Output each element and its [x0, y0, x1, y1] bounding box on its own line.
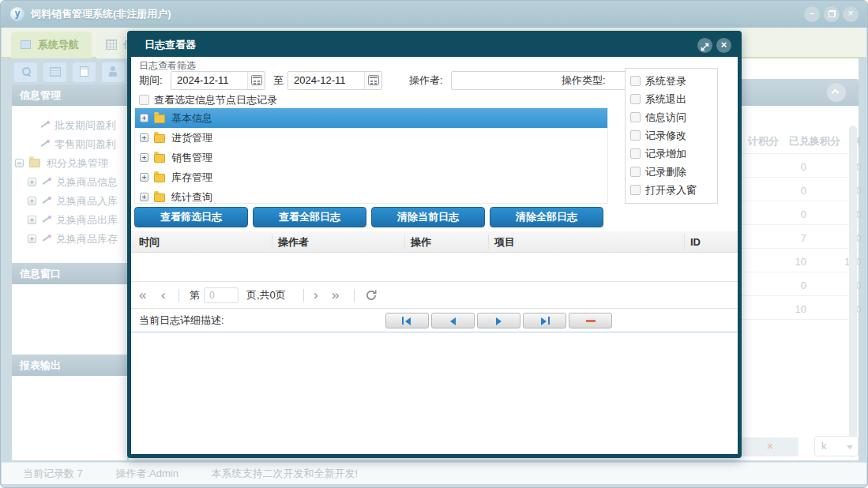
date-from-input[interactable]: 2024-12-11	[171, 71, 265, 90]
collapse-expander-icon[interactable]	[15, 159, 24, 167]
bg-combobox[interactable]: k	[814, 436, 859, 456]
list-tool-button[interactable]	[43, 62, 67, 83]
type-checkbox-logout[interactable]: 系统退出	[630, 90, 717, 108]
search-tool-button[interactable]	[13, 62, 38, 83]
to-label: 至	[273, 71, 284, 90]
tab-system-nav[interactable]: 系统导航	[11, 32, 92, 58]
window-close-button[interactable]: ×	[843, 6, 859, 22]
sidebar-item-exchange-in[interactable]: 兑换商品入库	[12, 192, 127, 211]
bg-cell: 0	[761, 205, 806, 224]
view-all-logs-button[interactable]: 查看全部日志	[253, 207, 366, 227]
date-to-input[interactable]: 2024-12-11	[287, 71, 382, 90]
clear-current-logs-button[interactable]: 清除当前日志	[371, 207, 485, 227]
clear-all-logs-button[interactable]: 清除全部日志	[490, 207, 603, 227]
expand-expander-icon[interactable]	[140, 114, 148, 122]
tree-item-sales-mgmt[interactable]: 销售管理	[135, 148, 607, 167]
refresh-button[interactable]	[365, 289, 378, 305]
type-checkbox-login[interactable]: 系统登录	[630, 72, 717, 90]
expand-expander-icon[interactable]	[140, 173, 148, 182]
view-filtered-logs-button[interactable]: 查看筛选日志	[134, 207, 248, 227]
checkbox-icon[interactable]	[630, 130, 641, 141]
user-icon	[109, 66, 118, 77]
status-record-count: 当前记录数 7	[23, 467, 83, 479]
expand-expander-icon[interactable]	[28, 178, 36, 186]
panel-header-info-window[interactable]: 信息窗口	[12, 263, 127, 284]
type-checkbox-open-entry[interactable]: 打开录入窗	[630, 181, 717, 199]
panel-header-report-output[interactable]: 报表输出	[12, 355, 127, 376]
pager-next-icon[interactable]: ›	[314, 282, 318, 309]
type-checkbox-modify[interactable]: 记录修改	[630, 126, 717, 145]
sidebar-item-exchange-out[interactable]: 兑换商品出库	[12, 211, 127, 230]
pager-prev-icon[interactable]: ‹	[161, 282, 166, 309]
checkbox-icon[interactable]	[630, 76, 641, 86]
tree-item-basic-info[interactable]: 基本信息	[135, 108, 607, 128]
window-minimize-button[interactable]: −	[804, 6, 820, 22]
info-tab-grid-icon	[106, 39, 117, 50]
col-operation[interactable]: 操作	[411, 231, 431, 253]
col-time[interactable]: 时间	[139, 231, 160, 253]
calendar-button[interactable]	[247, 72, 265, 89]
record-first-button[interactable]	[385, 313, 429, 328]
report-wand-icon	[42, 215, 51, 224]
dialog-title: 日志查看器	[145, 39, 196, 51]
col-operator[interactable]: 操作者	[278, 231, 309, 253]
detail-toolbar: 当前日志详细描述:	[131, 308, 738, 332]
checkbox-icon[interactable]	[630, 112, 641, 122]
expand-expander-icon[interactable]	[140, 133, 148, 142]
type-checkbox-delete[interactable]: 记录删除	[630, 163, 717, 181]
tree-item-purchase-mgmt[interactable]: 进货管理	[135, 128, 607, 148]
sidebar-item-exchange-stock[interactable]: 兑换商品库存	[12, 230, 127, 249]
minus-icon	[586, 320, 596, 322]
tree-item-stats-query[interactable]: 统计查询	[135, 187, 607, 204]
expand-expander-icon[interactable]	[28, 235, 36, 243]
expand-expander-icon[interactable]	[140, 193, 148, 201]
tree-item-stock-mgmt[interactable]: 库存管理	[135, 167, 607, 187]
pager-last-icon[interactable]: »	[332, 282, 339, 309]
pager-first-icon[interactable]: «	[139, 282, 146, 309]
document-icon	[80, 66, 88, 77]
nav-tab-icon	[21, 40, 31, 49]
vertical-scrollbar[interactable]	[849, 126, 857, 457]
expand-expander-icon[interactable]	[140, 153, 148, 162]
col-id[interactable]: ID	[690, 231, 701, 253]
calendar-button[interactable]	[364, 72, 381, 89]
dialog-close-button[interactable]: ×	[716, 38, 731, 53]
record-last-button[interactable]	[523, 313, 566, 328]
node-filter-checkbox[interactable]: 查看选定信息节点日志记录	[139, 93, 277, 107]
dialog-titlebar[interactable]: 日志查看器 ×	[131, 35, 738, 57]
info-window-panel	[12, 284, 127, 355]
record-delete-button[interactable]	[569, 313, 612, 328]
window-titlebar: y 饲料销售管理系统(非注册用户) − ×	[1, 1, 867, 28]
log-grid-header: 时间 操作者 操作 项目 ID	[131, 231, 738, 253]
collapse-panel-button[interactable]	[827, 83, 846, 102]
report-output-panel	[12, 376, 127, 460]
checkbox-icon[interactable]	[139, 95, 149, 105]
checkbox-icon[interactable]	[630, 185, 641, 195]
expand-expander-icon[interactable]	[28, 216, 36, 224]
record-next-button[interactable]	[477, 313, 520, 328]
checkbox-icon[interactable]	[630, 94, 641, 104]
checkbox-icon[interactable]	[630, 148, 641, 159]
checkbox-icon[interactable]	[630, 167, 641, 177]
record-prev-button[interactable]	[431, 313, 475, 328]
document-tool-button[interactable]	[72, 62, 96, 83]
user-tool-button[interactable]	[101, 62, 126, 83]
page-number-input[interactable]: 0	[204, 287, 239, 303]
sidebar-item-retail-profit[interactable]: 零售期间盈利	[12, 135, 127, 154]
detail-label: 当前日志详细描述:	[139, 309, 224, 332]
bg-clear-button[interactable]: ×	[742, 437, 798, 456]
panel-header-info-mgmt[interactable]: 信息管理	[12, 84, 127, 106]
log-detail-area[interactable]	[131, 332, 738, 454]
pager-total-label: 页,共0页	[246, 282, 286, 309]
sidebar-item-wholesale-profit[interactable]: 批发期间盈利	[12, 116, 127, 135]
col-item[interactable]: 项目	[494, 231, 515, 253]
dialog-maximize-button[interactable]	[697, 38, 712, 53]
prev-record-icon	[450, 317, 456, 325]
window-restore-button[interactable]	[824, 6, 840, 22]
sidebar-item-exchange-info[interactable]: 兑换商品信息	[12, 173, 127, 192]
expand-expander-icon[interactable]	[28, 197, 36, 205]
type-checkbox-access[interactable]: 信息访问	[630, 108, 717, 126]
sidebar-item-points-mgmt[interactable]: 积分兑换管理	[12, 154, 127, 173]
type-checkbox-add[interactable]: 记录增加	[630, 145, 717, 163]
status-bar: 当前记录数 7 操作者:Admin 本系统支持二次开发和全新开发!	[2, 462, 866, 484]
